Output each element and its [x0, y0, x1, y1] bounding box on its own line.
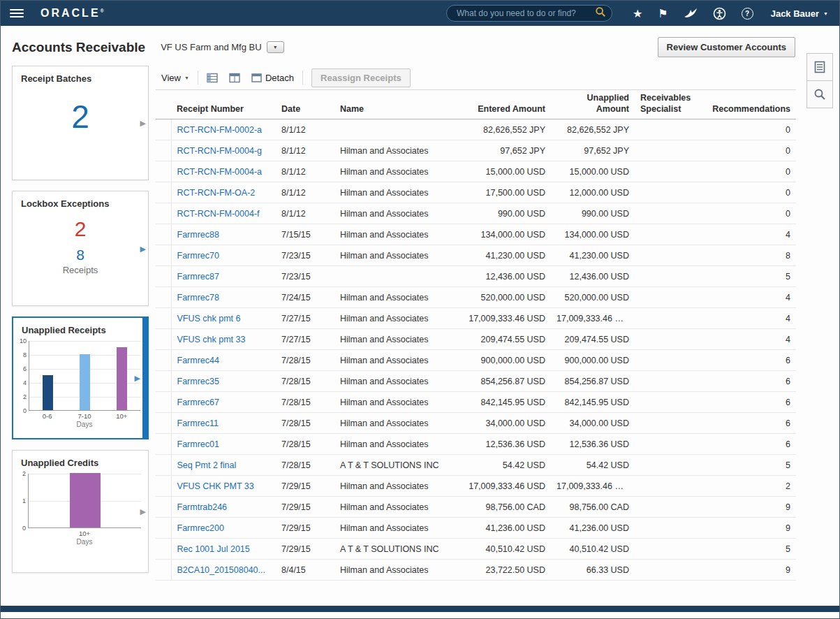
search-panel-tab[interactable]: [806, 80, 833, 108]
receipt-number-link[interactable]: RCT-RCN-FM-0004-f: [177, 209, 260, 219]
user-menu[interactable]: Jack Bauer ▼: [771, 8, 828, 19]
receipt-number-link[interactable]: VFUS chk pmt 6: [177, 314, 241, 323]
table-row[interactable]: Farmrec677/28/15Hilman and Associates842…: [156, 392, 796, 413]
table-row[interactable]: RCT-RCN-FM-0002-a8/1/1282,626,552 JPY82,…: [156, 119, 796, 140]
receipt-number-link[interactable]: Rec 1001 Jul 2015: [177, 544, 250, 554]
row-gutter: [156, 161, 171, 182]
search-icon[interactable]: [595, 6, 606, 20]
receipt-number-cell: VFUS chk pmt 33: [171, 329, 276, 350]
receipt-number-link[interactable]: Farmrec11: [177, 418, 219, 428]
table-row[interactable]: Farmtrab2467/29/15Hilman and Associates9…: [156, 497, 796, 518]
infolet-unapplied-receipts[interactable]: Unapplied Receipts 10864200-67-1010+Days…: [12, 316, 149, 439]
table-row[interactable]: VFUS chk pmt 337/27/15Hilman and Associa…: [156, 329, 796, 350]
global-search-input[interactable]: [455, 8, 595, 19]
receivables-specialist-cell: [635, 392, 706, 413]
receipt-number-link[interactable]: Farmrec44: [177, 356, 219, 365]
receipt-number-link[interactable]: Farmrec78: [177, 293, 219, 303]
receipt-number-link[interactable]: B2CA10_201508040...: [177, 565, 266, 575]
row-gutter: [156, 392, 171, 413]
date-cell: 7/23/15: [276, 266, 334, 287]
receipt-number-link[interactable]: Farmrec70: [177, 251, 219, 261]
receipt-number-link[interactable]: RCT-RCN-FM-OA-2: [177, 188, 256, 198]
infolet-lockbox-exceptions[interactable]: Lockbox Exceptions 2 8 Receipts ▶: [12, 191, 149, 306]
column-header-receivables-specialist[interactable]: Receivables Specialist: [635, 90, 706, 119]
unapplied-amount-cell: 17,009,333.46 USD: [551, 308, 635, 329]
column-header-name[interactable]: Name: [334, 90, 453, 119]
table-row[interactable]: VFUS chk pmt 67/27/15Hilman and Associat…: [156, 308, 796, 329]
receipt-number-link[interactable]: Seq Pmt 2 final: [177, 460, 237, 470]
favorites-icon[interactable]: ★: [633, 7, 642, 20]
bar-0-6: [43, 375, 53, 410]
chart-plot: [28, 474, 141, 528]
watchlist-icon[interactable]: ⚑: [658, 7, 668, 20]
table-row[interactable]: Farmrec017/28/15Hilman and Associates12,…: [156, 434, 796, 455]
y-tick-label: 6: [23, 365, 27, 372]
unapplied-amount-cell: 209,474.55 USD: [551, 329, 635, 350]
name-cell: Hilman and Associates: [334, 560, 453, 581]
table-row[interactable]: Seq Pmt 2 final7/28/15A T & T SOLUTIONS …: [156, 455, 796, 476]
table-row[interactable]: RCT-RCN-FM-0004-a8/1/12Hilman and Associ…: [156, 161, 796, 182]
business-unit-label: VF US Farm and Mfg BU: [161, 42, 261, 52]
column-header-entered-amount[interactable]: Entered Amount: [453, 90, 551, 119]
receipt-number-link[interactable]: VFUS CHK PMT 33: [177, 481, 254, 491]
receipt-number-link[interactable]: Farmrec88: [177, 230, 219, 240]
tasks-panel-tab[interactable]: [806, 53, 833, 81]
review-customer-accounts-button[interactable]: Review Customer Accounts: [658, 37, 795, 57]
table-row[interactable]: Rec 1001 Jul 20157/29/15A T & T SOLUTION…: [156, 539, 796, 560]
entered-amount-cell: 82,626,552 JPY: [453, 119, 551, 140]
table-row[interactable]: Farmrec2007/29/15Hilman and Associates41…: [156, 518, 796, 539]
view-menu-button[interactable]: View ▼: [156, 70, 195, 86]
receivables-specialist-cell: [635, 329, 706, 350]
column-header-unapplied-amount[interactable]: Unapplied Amount: [551, 90, 635, 119]
table-row[interactable]: RCT-RCN-FM-OA-28/1/12Hilman and Associat…: [156, 182, 796, 203]
social-network-icon[interactable]: [684, 8, 698, 19]
infolet-unapplied-credits[interactable]: Unapplied Credits 21010+Days ▶: [12, 450, 149, 573]
query-by-example-button[interactable]: [223, 70, 246, 86]
table-row[interactable]: Farmrec447/28/15Hilman and Associates900…: [156, 350, 796, 371]
receipt-number-link[interactable]: Farmrec35: [177, 377, 219, 386]
infolet-expand-arrow-icon[interactable]: ▶: [140, 507, 146, 516]
date-cell: 8/1/12: [276, 203, 334, 224]
receipt-number-link[interactable]: RCT-RCN-FM-0004-a: [177, 167, 263, 177]
column-header-recommendations[interactable]: Recommendations: [706, 90, 796, 119]
receipt-number-link[interactable]: Farmrec87: [177, 272, 219, 282]
entered-amount-cell: 17,009,333.46 USD: [453, 308, 551, 329]
table-row[interactable]: Farmrec877/23/1512,436.00 USD12,436.00 U…: [156, 266, 796, 287]
unapplied-amount-cell: 900,000.00 USD: [551, 350, 635, 371]
detach-button[interactable]: Detach: [246, 70, 300, 86]
table-row[interactable]: RCT-RCN-FM-0004-f8/1/12Hilman and Associ…: [156, 203, 796, 224]
table-row[interactable]: RCT-RCN-FM-0004-g8/1/12Hilman and Associ…: [156, 140, 796, 161]
column-header-date[interactable]: Date: [276, 90, 334, 119]
receipt-number-cell: Rec 1001 Jul 2015: [171, 539, 276, 560]
help-icon[interactable]: ?: [742, 8, 753, 20]
receipt-number-link[interactable]: Farmrec200: [177, 523, 224, 533]
navigator-menu-button[interactable]: [10, 7, 24, 20]
table-row[interactable]: Farmrec787/24/15Hilman and Associates520…: [156, 287, 796, 308]
table-row[interactable]: B2CA10_201508040...8/4/15Hilman and Asso…: [156, 560, 796, 581]
table-row[interactable]: Farmrec887/15/15Hilman and Associates134…: [156, 224, 796, 245]
recommendations-cell: 6: [706, 371, 796, 392]
infolet-receipt-batches[interactable]: Receipt Batches 2 ▶: [12, 66, 149, 180]
freeze-columns-button[interactable]: [201, 70, 223, 86]
y-tick-label: 1: [22, 497, 26, 504]
accessibility-icon[interactable]: [713, 7, 726, 20]
infolet-expand-arrow-icon[interactable]: ▶: [135, 374, 140, 383]
receipt-number-link[interactable]: VFUS chk pmt 33: [177, 335, 246, 344]
oracle-logo: ORACLE®: [40, 7, 104, 20]
receipt-number-link[interactable]: Farmrec01: [177, 439, 219, 449]
infolet-expand-arrow-icon[interactable]: ▶: [140, 119, 146, 128]
infolet-expand-arrow-icon[interactable]: ▶: [140, 244, 146, 253]
reassign-receipts-button[interactable]: Reassign Receipts: [311, 68, 411, 87]
receipt-number-link[interactable]: RCT-RCN-FM-0004-g: [177, 146, 263, 156]
table-row[interactable]: VFUS CHK PMT 337/29/15Hilman and Associa…: [156, 476, 796, 497]
name-cell: Hilman and Associates: [334, 518, 453, 539]
table-row[interactable]: Farmrec707/23/15Hilman and Associates41,…: [156, 245, 796, 266]
business-unit-dropdown-button[interactable]: ▼: [267, 41, 284, 53]
receipt-number-link[interactable]: Farmtrab246: [177, 502, 228, 512]
receipt-number-link[interactable]: Farmrec67: [177, 398, 219, 407]
table-row[interactable]: Farmrec117/28/15Hilman and Associates34,…: [156, 413, 796, 434]
receipt-number-link[interactable]: RCT-RCN-FM-0002-a: [177, 125, 263, 135]
table-row[interactable]: Farmrec357/28/15Hilman and Associates854…: [156, 371, 796, 392]
receivables-specialist-cell: [635, 371, 706, 392]
column-header-receipt-number[interactable]: Receipt Number: [171, 90, 276, 119]
